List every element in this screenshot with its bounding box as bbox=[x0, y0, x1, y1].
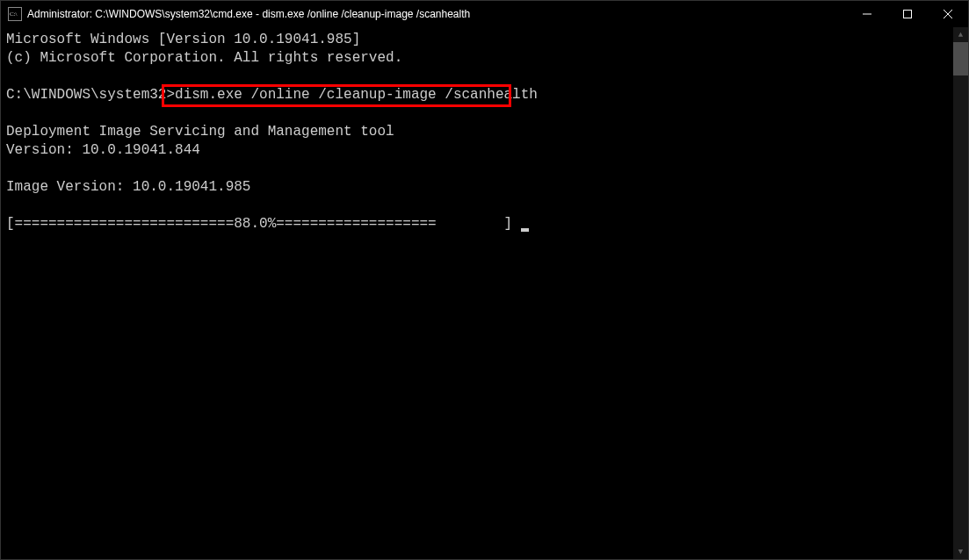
terminal-body[interactable]: Microsoft Windows [Version 10.0.19041.98… bbox=[1, 27, 968, 559]
titlebar[interactable]: C:\ Administrator: C:\WINDOWS\system32\c… bbox=[1, 1, 968, 27]
version-line: Microsoft Windows [Version 10.0.19041.98… bbox=[6, 32, 360, 47]
cursor bbox=[521, 228, 529, 232]
svg-text:C:\: C:\ bbox=[10, 11, 18, 18]
scrollbar[interactable]: ▲ ▼ bbox=[953, 27, 968, 559]
image-version-line: Image Version: 10.0.19041.985 bbox=[6, 179, 250, 195]
prompt: C:\WINDOWS\system32> bbox=[6, 87, 175, 103]
command-text: dism.exe /online /cleanup-image /scanhea… bbox=[175, 87, 538, 103]
tool-version-line: Version: 10.0.19041.844 bbox=[6, 142, 200, 158]
terminal-content: Microsoft Windows [Version 10.0.19041.98… bbox=[1, 27, 968, 237]
window-controls bbox=[847, 1, 968, 27]
svg-rect-3 bbox=[904, 11, 912, 18]
scroll-up-arrow[interactable]: ▲ bbox=[953, 27, 968, 42]
minimize-button[interactable] bbox=[847, 1, 887, 27]
copyright-line: (c) Microsoft Corporation. All rights re… bbox=[6, 50, 402, 66]
tool-name-line: Deployment Image Servicing and Managemen… bbox=[6, 124, 394, 140]
window-title: Administrator: C:\WINDOWS\system32\cmd.e… bbox=[27, 8, 847, 20]
scrollbar-thumb[interactable] bbox=[953, 42, 968, 75]
scroll-down-arrow[interactable]: ▼ bbox=[953, 544, 968, 559]
maximize-button[interactable] bbox=[887, 1, 928, 27]
progress-bar: [==========================88.0%========… bbox=[6, 216, 521, 232]
cmd-icon: C:\ bbox=[8, 7, 22, 21]
cmd-window: C:\ Administrator: C:\WINDOWS\system32\c… bbox=[0, 0, 969, 560]
close-button[interactable] bbox=[928, 1, 968, 27]
